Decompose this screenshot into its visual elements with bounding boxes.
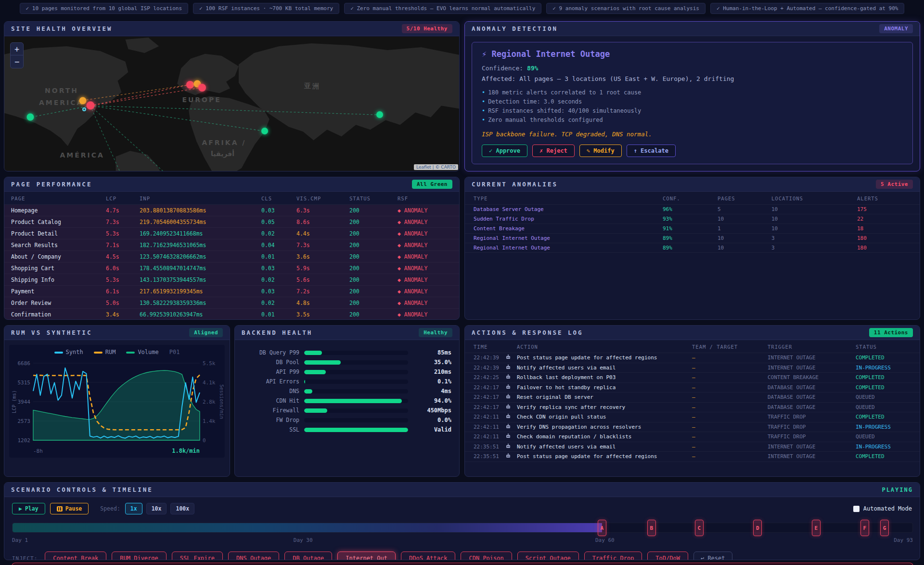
inject-button-ddos-attack[interactable]: DDoS Attack [401,552,455,560]
table-header-row: TIMEACTIONTEAM / TARGETTRIGGERSTATUS [465,341,920,353]
scenario-timeline[interactable]: ABCDEFG [12,523,913,533]
actions-log-panel: ACTIONS & RESPONSE LOG 11 Actions TIMEAC… [464,325,920,477]
table-row: Shopping Cart6.0s178.45508947014747ms0.0… [4,263,459,274]
timeline-day-label: Day 30 [294,537,313,543]
inject-button-ssl-expire[interactable]: SSL Expire [172,552,223,560]
inject-button-dns-outage[interactable]: DNS Outage [228,552,279,560]
table-row: 22:42:11Check domain reputation / blackl… [465,432,920,442]
panel-title: ANOMALY DETECTION [472,25,558,32]
actions-count-badge: 11 Actions [869,328,913,337]
svg-text:Sessions/min: Sessions/min [219,384,224,419]
legend-item-volume: Volume [126,349,158,355]
inject-label: INJECT: [12,555,38,561]
map-region-label: NORTH [45,87,78,94]
inject-button-tod-dow[interactable]: ToD/DoW [647,552,688,560]
table-row: Order Review5.0s130.58222938359336ms0.02… [4,297,459,309]
metric-value: 35.0% [413,359,451,366]
status-chip: ✓ 100 RSF instances · ~700 KB total memo… [193,3,339,14]
map-region-label: AFRIKA / [202,139,246,146]
panel-title: ACTIONS & RESPONSE LOG [472,329,583,336]
metric-value: 0.0% [413,417,451,423]
current-anomalies-table: TYPECONF.PAGESLOCATIONSALERTSDatabase Se… [465,192,920,319]
approve-button[interactable]: ✓ Approve [482,145,527,157]
play-button[interactable]: ▶ Play [12,503,45,514]
play-label: Play [25,505,38,512]
zoom-in-button[interactable]: + [11,43,23,55]
reject-button[interactable]: ✗ Reject [532,145,575,157]
map-region-label: 亚洲 [304,82,321,91]
automated-mode-toggle[interactable]: Automated Mode [853,505,912,512]
map-marker-us-east-down[interactable] [86,102,94,110]
panel-title: CURRENT ANOMALIES [472,181,558,188]
speed-button-100x[interactable]: 100x [170,503,194,514]
zoom-out-button[interactable]: − [11,55,23,68]
map-region-label: AMERICA [39,99,83,106]
backend-metric-row: CDN Hit94.0% [243,396,451,406]
map-marker-us-east-probe[interactable] [82,107,86,111]
metric-bar-track [304,360,408,365]
timeline-marker-g[interactable]: G [880,520,889,536]
panel-title: SCENARIO CONTROLS & TIMELINE [11,486,153,493]
table-row: 22:42:17Verify replica sync after recove… [465,403,920,413]
automated-mode-checkbox[interactable] [853,506,860,512]
inject-button-script-outage[interactable]: Script Outage [517,552,579,560]
inject-button-traffic-drop[interactable]: Traffic Drop [584,552,642,560]
timeline-marker-e[interactable]: E [812,520,821,536]
svg-text:5315: 5315 [18,380,31,386]
rum-synthetic-header: RUM VS SYNTHETIC Aligned [4,326,230,340]
timeline-marker-f[interactable]: F [860,520,869,536]
inject-button-cdn-poison[interactable]: CDN Poison [461,552,512,560]
active-count-badge: 5 Active [876,180,913,189]
backend-metric-row: API P99210ms [243,367,451,377]
map-marker-us-east-drifting[interactable] [79,97,86,104]
anomaly-bullets: •180 metric alerts correlated to 1 root … [482,88,903,125]
timeline-marker-c[interactable]: C [695,520,704,536]
scenario-controls-header: SCENARIO CONTROLS & TIMELINE PLAYING [4,483,920,497]
speed-button-1x[interactable]: 1x [125,503,142,514]
timeline-marker-a[interactable]: A [598,520,606,536]
lightning-icon: ⚡ [482,49,487,59]
reset-button[interactable]: ↩ Reset [693,552,732,560]
table-row: 22:42:25Rollback last deployment on P03–… [465,373,920,383]
metric-bar-track [304,380,408,384]
inject-button-content-break[interactable]: Content Break [45,552,106,560]
backend-metric-row: DB Query P9985ms [243,348,451,357]
status-chip: ✓ Human-in-the-Loop + Automated — confid… [710,3,905,14]
inject-button-internet-out[interactable]: Internet Out [337,552,396,560]
anomaly-bullet: •180 metric alerts correlated to 1 root … [482,88,903,97]
map-marker-asia-east-healthy[interactable] [376,111,383,118]
inject-button-rum-diverge[interactable]: RUM Diverge [112,552,166,560]
metric-value: 450Mbps [413,407,451,414]
chart-legend: SynthRUMVolumeP01 [9,347,225,357]
table-row: Regional Internet Outage89%103180 [465,234,920,243]
map-marker-europe-down-1[interactable] [186,81,194,89]
backend-health-header: BACKEND HEALTH Healthy [235,326,459,340]
anomaly-heading: ⚡ Regional Internet Outage [482,49,903,59]
map-marker-middle-east-healthy[interactable] [261,128,268,134]
map-marker-us-west-healthy[interactable] [26,114,34,121]
backend-health-panel: BACKEND HEALTH Healthy DB Query P9985msD… [234,325,460,477]
affected-row: Affected: All pages — 3 locations (US Ea… [482,75,903,82]
backend-metric-row: DNS4ms [243,386,451,396]
page-performance-table: PAGELCPINPCLSVIS.CMPSTATUSRSFHomepage4.7… [4,192,459,319]
page-performance-panel: PAGE PERFORMANCE All Green PAGELCPINPCLS… [4,177,460,320]
metric-bar-track [304,399,408,403]
pause-button[interactable]: Pause [50,503,89,514]
playback-controls: ▶ Play Pause Speed: 1x10x100x Automated … [12,502,912,515]
escalate-button[interactable]: ↑ Escalate [627,145,676,157]
map-attribution[interactable]: Leaflet | © CARTO [414,164,458,170]
inject-buttons: Content BreakRUM DivergeSSL ExpireDNS Ou… [45,552,688,560]
inject-button-db-outage[interactable]: DB Outage [284,552,332,560]
timeline-marker-d[interactable]: D [753,520,762,536]
timeline-day-label: Day 93 [894,537,913,543]
metric-value: 4ms [413,388,451,394]
world-map[interactable]: NORTHAMERICAEUROPEAMÉRICAAFRIKA /أفريقيا… [4,37,459,171]
robot-icon [505,423,517,431]
metric-bar-fill [304,408,327,413]
timeline-marker-b[interactable]: B [647,520,656,536]
modify-button[interactable]: ✎ Modify [579,145,622,157]
speed-button-10x[interactable]: 10x [146,503,167,514]
map-marker-europe-down-2[interactable] [198,84,206,92]
metric-bar-fill [304,428,408,432]
healthy-badge: Healthy [419,328,452,337]
